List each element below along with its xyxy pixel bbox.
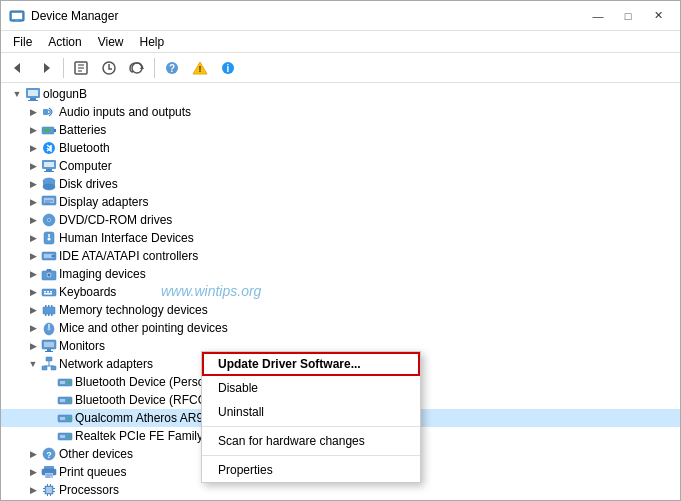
tree-audio-label: Audio inputs and outputs	[59, 105, 191, 119]
toolbar-forward[interactable]	[33, 56, 59, 80]
expand-printq[interactable]: ▶	[25, 463, 41, 481]
expand-computer[interactable]: ▶	[25, 157, 41, 175]
expand-display[interactable]: ▶	[25, 193, 41, 211]
expand-monitors[interactable]: ▶	[25, 337, 41, 355]
svg-text:i: i	[227, 63, 230, 74]
svg-point-78	[68, 381, 71, 384]
svg-point-81	[68, 399, 71, 402]
ctx-uninstall[interactable]: Uninstall	[202, 400, 420, 424]
tree-imaging[interactable]: ▶ Imaging devices	[1, 265, 680, 283]
menu-action[interactable]: Action	[40, 33, 89, 51]
tree-computer-label: Computer	[59, 159, 112, 173]
expand-dvd[interactable]: ▶	[25, 211, 41, 229]
ctx-sep2	[202, 455, 420, 456]
ctx-disable[interactable]: Disable	[202, 376, 420, 400]
svg-rect-102	[43, 491, 45, 492]
close-button[interactable]: ✕	[644, 6, 672, 26]
expand-network[interactable]: ▼	[25, 355, 41, 373]
svg-rect-97	[47, 484, 48, 486]
expand-hid[interactable]: ▶	[25, 229, 41, 247]
expand-audio[interactable]: ▶	[25, 103, 41, 121]
expand-qualcomm	[41, 409, 57, 427]
svg-rect-103	[53, 488, 55, 489]
toolbar-info[interactable]: i	[215, 56, 241, 80]
svg-point-27	[43, 142, 55, 154]
expand-bluetooth[interactable]: ▶	[25, 139, 41, 157]
tree-root-label: ologunB	[43, 87, 87, 101]
toolbar-update[interactable]	[96, 56, 122, 80]
expand-keyboards[interactable]: ▶	[25, 283, 41, 301]
expand-ide[interactable]: ▶	[25, 247, 41, 265]
tree-ide[interactable]: ▶ IDE ATA/ATAPI controllers	[1, 247, 680, 265]
svg-rect-55	[44, 293, 52, 295]
toolbar-help[interactable]: ?	[159, 56, 185, 80]
dvd-icon	[41, 212, 57, 228]
context-menu: Update Driver Software... Disable Uninst…	[201, 351, 421, 483]
expand-bt-pan	[41, 373, 57, 391]
tree-dvd[interactable]: ▶ DVD/CD-ROM drives	[1, 211, 680, 229]
tree-processors[interactable]: ▶ Processors	[1, 481, 680, 499]
tree-software[interactable]: ▶ Software devices	[1, 499, 680, 500]
tree-root[interactable]: ▼ ologunB	[1, 85, 680, 103]
title-bar: Device Manager — □ ✕	[1, 1, 680, 31]
svg-rect-67	[44, 342, 54, 347]
tree-mice-label: Mice and other pointing devices	[59, 321, 228, 335]
maximize-button[interactable]: □	[614, 6, 642, 26]
expand-processors[interactable]: ▶	[25, 481, 41, 499]
toolbar-scan[interactable]	[124, 56, 150, 80]
toolbar-warning[interactable]: !	[187, 56, 213, 80]
svg-point-34	[43, 184, 55, 190]
tree-batteries[interactable]: ▶ Batteries	[1, 121, 680, 139]
expand-root[interactable]: ▼	[9, 85, 25, 103]
svg-rect-25	[54, 129, 56, 132]
tree-monitors-label: Monitors	[59, 339, 105, 353]
tree-hid[interactable]: ▶ Human Interface Devices	[1, 229, 680, 247]
tree-memory[interactable]: ▶ Memory technology devices	[1, 301, 680, 319]
tree-mice[interactable]: ▶ Mice and other pointing devices	[1, 319, 680, 337]
menu-file[interactable]: File	[5, 33, 40, 51]
toolbar-back[interactable]	[5, 56, 31, 80]
expand-diskdrives[interactable]: ▶	[25, 175, 41, 193]
svg-point-47	[52, 255, 55, 258]
svg-rect-96	[46, 487, 52, 493]
expand-other[interactable]: ▶	[25, 445, 41, 463]
battery-icon	[41, 122, 57, 138]
tree-printq-label: Print queues	[59, 465, 126, 479]
tree-memory-label: Memory technology devices	[59, 303, 208, 317]
tree-computer[interactable]: ▶ Computer	[1, 157, 680, 175]
tree-diskdrives[interactable]: ▶ Disk drives	[1, 175, 680, 193]
ctx-scan[interactable]: Scan for hardware changes	[202, 429, 420, 453]
netcard-qualcomm-icon	[57, 410, 73, 426]
svg-rect-1	[12, 13, 22, 19]
audio-icon	[41, 104, 57, 120]
expand-batteries[interactable]: ▶	[25, 121, 41, 139]
tree-audio[interactable]: ▶ Audio inputs and outputs	[1, 103, 680, 121]
svg-rect-77	[60, 381, 65, 384]
svg-rect-62	[51, 314, 53, 316]
tree-keyboards[interactable]: ▶ Keyboards	[1, 283, 680, 301]
tree-display-label: Display adapters	[59, 195, 148, 209]
svg-text:!: !	[199, 64, 202, 74]
svg-rect-53	[47, 291, 49, 293]
expand-mice[interactable]: ▶	[25, 319, 41, 337]
tree-bluetooth[interactable]: ▶ Bluetooth	[1, 139, 680, 157]
minimize-button[interactable]: —	[584, 6, 612, 26]
display-icon	[41, 194, 57, 210]
mouse-icon	[41, 320, 57, 336]
tree-display[interactable]: ▶ Display adapters	[1, 193, 680, 211]
expand-memory[interactable]: ▶	[25, 301, 41, 319]
svg-rect-21	[30, 98, 36, 100]
svg-text:?: ?	[46, 450, 52, 460]
menu-view[interactable]: View	[90, 33, 132, 51]
svg-rect-3	[13, 21, 21, 22]
expand-software[interactable]: ▶	[25, 499, 41, 500]
toolbar-properties[interactable]	[68, 56, 94, 80]
ctx-update[interactable]: Update Driver Software...	[202, 352, 420, 376]
menu-help[interactable]: Help	[132, 33, 173, 51]
svg-marker-4	[14, 63, 20, 73]
expand-imaging[interactable]: ▶	[25, 265, 41, 283]
svg-rect-22	[28, 100, 38, 101]
svg-rect-31	[44, 171, 54, 172]
svg-rect-23	[43, 109, 48, 115]
ctx-properties[interactable]: Properties	[202, 458, 420, 482]
